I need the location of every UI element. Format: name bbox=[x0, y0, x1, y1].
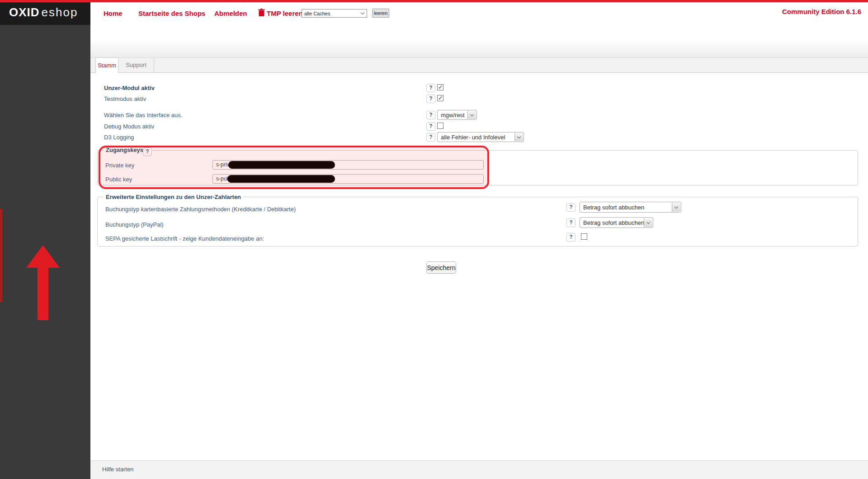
checkbox-debug-modus[interactable] bbox=[437, 123, 443, 129]
chevron-down-icon bbox=[514, 133, 523, 141]
nav-shop-start-link[interactable]: Startseite des Shops bbox=[138, 9, 205, 17]
logo-text-bold: OXID bbox=[9, 5, 40, 19]
nav-tmp-clear-link[interactable]: TMP leeren bbox=[267, 9, 303, 17]
oxid-logo[interactable]: OXIDeshop bbox=[0, 0, 90, 25]
top-navbar bbox=[0, 2, 868, 25]
erweiterte-einstellungen-legend-text: Erweiterte Einstellungen zu den Unzer-Za… bbox=[106, 194, 241, 200]
tab-bar bbox=[90, 57, 868, 73]
label-unzer-modul-aktiv: Unzer-Modul aktiv bbox=[104, 85, 155, 91]
buchungstyp-karten-select[interactable]: Betrag sofort abbuchen bbox=[580, 202, 681, 213]
help-start-link[interactable]: Hilfe starten bbox=[102, 466, 133, 473]
chevron-down-icon bbox=[361, 11, 364, 14]
help-icon[interactable]: ? bbox=[426, 84, 435, 92]
chevron-down-icon bbox=[672, 203, 680, 212]
checkbox-testmodus-aktiv[interactable] bbox=[437, 95, 443, 101]
buchungstyp-karten-select-value: Betrag sofort abbuchen bbox=[583, 204, 644, 211]
edition-label: Community Edition 6.1.6 bbox=[782, 8, 861, 15]
cache-clear-button[interactable]: leeren bbox=[372, 9, 389, 18]
label-public-key: Public key bbox=[105, 176, 132, 183]
label-testmodus-aktiv: Testmodus aktiv bbox=[104, 95, 146, 102]
help-icon[interactable]: ? bbox=[426, 111, 435, 119]
footer-bar bbox=[90, 460, 868, 479]
nav-logout-link[interactable]: Abmelden bbox=[214, 9, 247, 17]
save-button[interactable]: Speichern bbox=[426, 261, 456, 274]
help-icon[interactable]: ? bbox=[426, 133, 435, 142]
help-icon[interactable]: ? bbox=[426, 95, 435, 103]
red-arrow-annotation-shaft bbox=[38, 267, 48, 320]
label-d3-logging: D3 Logging bbox=[104, 134, 134, 141]
private-key-redaction bbox=[228, 161, 335, 169]
tab-stamm[interactable]: Stamm bbox=[95, 57, 118, 73]
content-header-area bbox=[90, 25, 868, 57]
checkbox-sepa-kundendaten[interactable] bbox=[581, 233, 587, 240]
trash-icon bbox=[258, 9, 265, 16]
d3-logging-select-value: alle Fehler- und Infolevel bbox=[441, 134, 505, 141]
chevron-down-icon bbox=[644, 218, 652, 227]
help-icon[interactable]: ? bbox=[426, 122, 435, 131]
buchungstyp-paypal-select-value: Betrag sofort abbuchen bbox=[583, 219, 644, 226]
d3-logging-select[interactable]: alle Fehler- und Infolevel bbox=[437, 132, 524, 142]
label-interface-auswahl: Wählen Sie das Interface aus. bbox=[104, 112, 182, 119]
buchungstyp-paypal-select[interactable]: Betrag sofort abbuchen bbox=[580, 217, 653, 228]
interface-select-value: mgw/rest bbox=[441, 112, 465, 119]
public-key-redaction bbox=[227, 175, 335, 183]
erweiterte-einstellungen-legend: Erweiterte Einstellungen zu den Unzer-Za… bbox=[104, 194, 243, 200]
nav-home-link[interactable]: Home bbox=[104, 9, 123, 17]
red-arrow-annotation-head bbox=[26, 245, 60, 268]
top-red-strip bbox=[0, 0, 868, 2]
zugangskeys-legend-text: Zugangskeys bbox=[106, 147, 143, 153]
label-buchungstyp-karten: Buchungstyp kartenbasierte Zahlungsmetho… bbox=[105, 206, 296, 213]
interface-select[interactable]: mgw/rest bbox=[437, 110, 477, 120]
tab-support[interactable]: Support bbox=[118, 57, 154, 73]
help-icon[interactable]: ? bbox=[566, 233, 576, 242]
app-root: OXIDeshop Home Startseite des Shops Abme… bbox=[0, 0, 868, 479]
unzer-group-stripe bbox=[0, 209, 2, 302]
label-sepa-lastschrift: SEPA gesicherte Lastschrift - zeige Kund… bbox=[105, 235, 264, 242]
zugangskeys-legend: Zugangskeys bbox=[104, 147, 146, 153]
help-icon[interactable]: ? bbox=[566, 218, 576, 227]
label-buchungstyp-paypal: Buchungstyp (PayPal) bbox=[105, 221, 164, 228]
checkbox-unzer-modul-aktiv[interactable] bbox=[437, 84, 443, 90]
chevron-down-icon bbox=[467, 111, 476, 119]
cache-select-value: alle Caches bbox=[302, 11, 361, 16]
help-icon[interactable]: ? bbox=[566, 203, 576, 212]
help-icon[interactable]: ? bbox=[143, 147, 152, 156]
label-private-key: Private key bbox=[105, 162, 134, 169]
logo-text-light: eshop bbox=[42, 5, 78, 19]
cache-select[interactable]: alle Caches bbox=[302, 9, 367, 18]
label-debug-modus-aktiv: Debug Modus aktiv bbox=[104, 123, 154, 130]
